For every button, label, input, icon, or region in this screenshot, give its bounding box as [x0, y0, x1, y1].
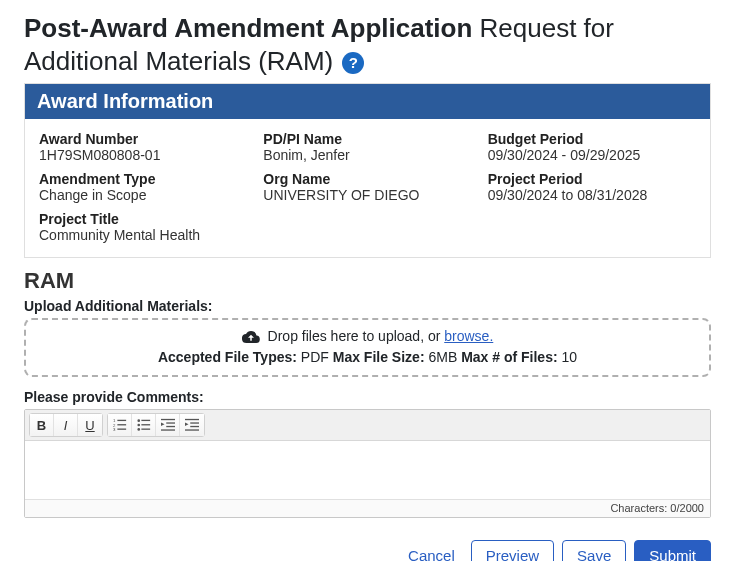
amendment-type-value: Change in Scope [39, 187, 247, 203]
outdent-button[interactable] [156, 414, 180, 436]
svg-rect-17 [185, 419, 199, 420]
org-name-label: Org Name [263, 171, 471, 187]
svg-rect-1 [117, 420, 126, 421]
svg-rect-15 [161, 429, 175, 430]
submit-button[interactable]: Submit [634, 540, 711, 561]
char-count: Characters: 0/2000 [25, 499, 710, 517]
project-title-value: Community Mental Health [39, 227, 696, 243]
maxfiles-value: 10 [561, 349, 577, 365]
svg-rect-18 [190, 422, 199, 423]
maxfiles-label: Max # of Files: [461, 349, 561, 365]
ram-heading: RAM [24, 268, 711, 294]
rich-text-editor: B I U 123 Characters: 0/2000 [24, 409, 711, 518]
award-number-value: 1H79SM080808-01 [39, 147, 247, 163]
upload-label: Upload Additional Materials: [24, 298, 711, 314]
bold-button[interactable]: B [30, 414, 54, 436]
maxsize-label: Max File Size: [333, 349, 429, 365]
char-count-value: 0/2000 [670, 502, 704, 514]
svg-rect-14 [166, 426, 175, 427]
char-count-prefix: Characters: [610, 502, 670, 514]
svg-marker-16 [161, 422, 165, 426]
unordered-list-button[interactable] [132, 414, 156, 436]
browse-link[interactable]: browse. [444, 328, 493, 344]
comments-label: Please provide Comments: [24, 389, 711, 405]
page-title: Post-Award Amendment Application Request… [24, 12, 711, 77]
svg-rect-9 [141, 424, 150, 425]
ordered-list-button[interactable]: 123 [108, 414, 132, 436]
pdpi-label: PD/PI Name [263, 131, 471, 147]
drop-text: Drop files here to upload, or [268, 328, 445, 344]
svg-point-10 [137, 428, 140, 431]
svg-text:3: 3 [113, 427, 116, 432]
org-name-value: UNIVERSITY OF DIEGO [263, 187, 471, 203]
amendment-type-label: Amendment Type [39, 171, 247, 187]
svg-marker-21 [185, 422, 189, 426]
svg-rect-19 [190, 426, 199, 427]
comments-textarea[interactable] [25, 441, 710, 499]
cloud-upload-icon [242, 330, 260, 347]
award-number-label: Award Number [39, 131, 247, 147]
svg-rect-3 [117, 424, 126, 425]
maxsize-value: 6MB [428, 349, 461, 365]
budget-period-label: Budget Period [488, 131, 696, 147]
help-icon[interactable]: ? [342, 52, 364, 74]
award-panel-header: Award Information [25, 84, 710, 119]
preview-button[interactable]: Preview [471, 540, 554, 561]
svg-point-8 [137, 424, 140, 427]
svg-rect-7 [141, 420, 150, 421]
award-panel: Award Information Award Number 1H79SM080… [24, 83, 711, 258]
project-period-label: Project Period [488, 171, 696, 187]
svg-rect-11 [141, 429, 150, 430]
editor-toolbar: B I U 123 [25, 410, 710, 441]
svg-point-6 [137, 419, 140, 422]
accepted-label: Accepted File Types: [158, 349, 301, 365]
save-button[interactable]: Save [562, 540, 626, 561]
page-title-main: Post-Award Amendment Application [24, 13, 472, 43]
indent-button[interactable] [180, 414, 204, 436]
actions-bar: Cancel Preview Save Submit [24, 540, 711, 561]
page-title-sub2: (RAM) [258, 46, 333, 76]
project-title-label: Project Title [39, 211, 696, 227]
svg-rect-20 [185, 429, 199, 430]
italic-button[interactable]: I [54, 414, 78, 436]
budget-period-value: 09/30/2024 - 09/29/2025 [488, 147, 696, 163]
accepted-value: PDF [301, 349, 333, 365]
upload-dropzone[interactable]: Drop files here to upload, or browse. Ac… [24, 318, 711, 377]
underline-button[interactable]: U [78, 414, 102, 436]
svg-rect-12 [161, 419, 175, 420]
svg-rect-13 [166, 422, 175, 423]
cancel-button[interactable]: Cancel [400, 541, 463, 561]
pdpi-value: Bonim, Jenfer [263, 147, 471, 163]
project-period-value: 09/30/2024 to 08/31/2028 [488, 187, 696, 203]
svg-rect-5 [117, 429, 126, 430]
award-grid: Award Number 1H79SM080808-01 PD/PI Name … [25, 119, 710, 257]
